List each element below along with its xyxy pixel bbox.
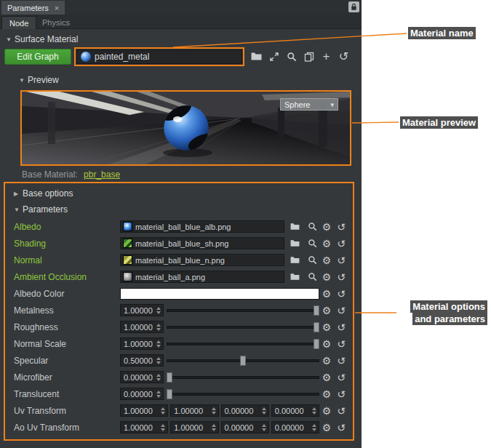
slider[interactable]: [167, 339, 319, 349]
spinner-arrows-icon[interactable]: [156, 374, 161, 381]
value-spinbox[interactable]: 0.00000: [120, 371, 164, 383]
slider-track[interactable]: [167, 326, 319, 329]
texture-path-field[interactable]: material_ball_blue_alb.png: [120, 220, 284, 233]
base-options-section-header[interactable]: ▶ Base options: [14, 186, 353, 201]
spinner-arrows-icon[interactable]: [161, 424, 166, 431]
plus-icon[interactable]: +: [319, 49, 334, 64]
reset-icon[interactable]: ↺: [336, 49, 351, 64]
tab-physics[interactable]: Physics: [35, 16, 77, 29]
value-spinbox[interactable]: 1.00000: [120, 404, 168, 417]
slider-handle[interactable]: [167, 372, 172, 383]
spinner-arrows-icon[interactable]: [156, 340, 161, 348]
slider-handle[interactable]: [240, 356, 246, 366]
spinner-arrows-icon[interactable]: [156, 307, 161, 314]
reset-icon[interactable]: ↺: [334, 404, 348, 418]
spinner-arrows-icon[interactable]: [161, 407, 166, 415]
reset-icon[interactable]: ↺: [334, 353, 348, 368]
surface-material-section-header[interactable]: ▼ Surface Material: [6, 33, 78, 46]
base-material-link[interactable]: pbr_base: [84, 169, 120, 180]
value-spinbox[interactable]: 1.00000: [120, 321, 164, 333]
spinner-arrows-icon[interactable]: [212, 424, 217, 431]
spinner-arrows-icon[interactable]: [262, 407, 267, 415]
gear-icon[interactable]: ⚙: [319, 337, 334, 351]
gear-icon[interactable]: ⚙: [319, 420, 334, 435]
slider-handle[interactable]: [314, 322, 319, 332]
reset-icon[interactable]: ↺: [334, 236, 348, 251]
slider-handle[interactable]: [167, 389, 172, 399]
material-name-field[interactable]: painted_metal: [76, 49, 242, 64]
gear-icon[interactable]: ⚙: [319, 236, 334, 251]
folder-icon[interactable]: [287, 236, 302, 251]
value-spinbox[interactable]: 1.00000: [120, 304, 164, 316]
spinner-arrows-icon[interactable]: [312, 424, 317, 431]
close-icon[interactable]: ×: [55, 4, 59, 12]
slider-track[interactable]: [167, 309, 319, 312]
reset-icon[interactable]: ↺: [334, 387, 348, 401]
parameters-section-header[interactable]: ▼ Parameters: [14, 202, 353, 217]
spinner-arrows-icon[interactable]: [262, 424, 267, 431]
slider-handle[interactable]: [314, 305, 319, 316]
search-icon[interactable]: [305, 270, 319, 284]
preview-shape-dropdown[interactable]: Sphere ▾: [280, 98, 338, 111]
slider[interactable]: [167, 372, 319, 383]
gear-icon[interactable]: ⚙: [319, 387, 334, 401]
folder-icon[interactable]: [287, 220, 302, 234]
search-icon[interactable]: [305, 236, 319, 251]
spinner-arrows-icon[interactable]: [312, 407, 317, 415]
gear-icon[interactable]: ⚙: [319, 220, 334, 234]
gear-icon[interactable]: ⚙: [319, 320, 334, 335]
material-preview-viewport[interactable]: Sphere ▾: [20, 90, 351, 166]
slider[interactable]: [167, 305, 319, 316]
value-spinbox[interactable]: 0.00000: [271, 421, 319, 433]
slider[interactable]: [167, 356, 319, 366]
reset-icon[interactable]: ↺: [334, 270, 348, 284]
slider-track[interactable]: [167, 376, 319, 379]
value-spinbox[interactable]: 0.00000: [120, 388, 164, 400]
gear-icon[interactable]: ⚙: [319, 287, 334, 301]
search-icon[interactable]: [305, 253, 319, 268]
gear-icon[interactable]: ⚙: [319, 370, 334, 385]
reset-icon[interactable]: ↺: [334, 370, 348, 385]
folder-icon[interactable]: [287, 270, 302, 284]
slider-track[interactable]: [167, 393, 319, 396]
copy-icon[interactable]: [301, 49, 316, 64]
reset-icon[interactable]: ↺: [334, 287, 348, 301]
value-spinbox[interactable]: 1.00000: [170, 421, 218, 433]
expand-icon[interactable]: [266, 49, 282, 64]
spinner-arrows-icon[interactable]: [156, 391, 161, 398]
edit-graph-button[interactable]: Edit Graph: [4, 49, 71, 65]
value-spinbox[interactable]: 1.00000: [170, 404, 218, 417]
value-spinbox[interactable]: 1.00000: [120, 337, 164, 350]
spinner-arrows-icon[interactable]: [156, 324, 161, 331]
gear-icon[interactable]: ⚙: [319, 303, 334, 318]
value-spinbox[interactable]: 0.50000: [120, 354, 164, 367]
gear-icon[interactable]: ⚙: [319, 353, 334, 368]
slider-handle[interactable]: [314, 339, 319, 349]
value-spinbox[interactable]: 0.00000: [221, 421, 269, 433]
preview-section-header[interactable]: ▼ Preview: [19, 73, 59, 87]
reset-icon[interactable]: ↺: [334, 220, 348, 234]
texture-path-field[interactable]: material_ball_blue_sh.png: [120, 237, 284, 249]
search-icon[interactable]: [284, 49, 299, 64]
reset-icon[interactable]: ↺: [334, 337, 348, 351]
folder-icon[interactable]: [287, 253, 302, 268]
reset-icon[interactable]: ↺: [334, 320, 348, 335]
texture-path-field[interactable]: material_ball_a.png: [120, 271, 284, 283]
spinner-arrows-icon[interactable]: [212, 407, 217, 415]
value-spinbox[interactable]: 1.00000: [120, 421, 168, 433]
value-spinbox[interactable]: 0.00000: [221, 404, 269, 417]
parameters-window-tab[interactable]: Parameters ×: [1, 1, 65, 15]
gear-icon[interactable]: ⚙: [319, 270, 334, 284]
reset-icon[interactable]: ↺: [334, 253, 348, 268]
lock-button[interactable]: [348, 1, 359, 12]
slider-track[interactable]: [167, 343, 319, 345]
color-swatch[interactable]: [120, 288, 319, 300]
search-icon[interactable]: [305, 220, 319, 234]
reset-icon[interactable]: ↺: [334, 303, 348, 318]
gear-icon[interactable]: ⚙: [319, 253, 334, 268]
texture-path-field[interactable]: material_ball_blue_n.png: [120, 254, 284, 266]
spinner-arrows-icon[interactable]: [156, 357, 161, 364]
slider[interactable]: [167, 322, 319, 332]
slider[interactable]: [167, 389, 319, 399]
tab-node[interactable]: Node: [1, 16, 36, 29]
